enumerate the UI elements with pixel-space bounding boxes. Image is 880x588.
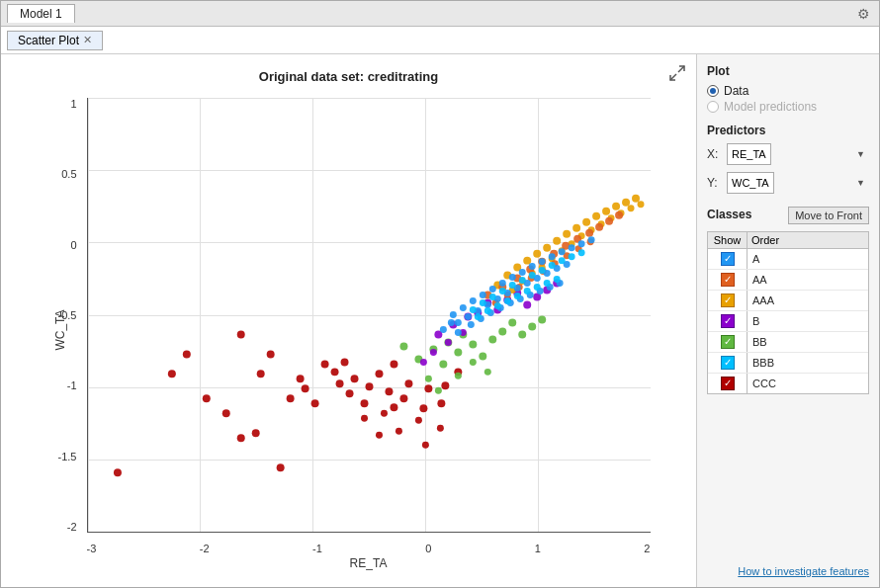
- plot-area: Original data set: creditrating 1 0.5 0 …: [1, 54, 696, 587]
- class-check-bb[interactable]: ✓: [708, 332, 748, 352]
- svg-point-8: [236, 434, 244, 442]
- checkbox-bb: ✓: [721, 335, 735, 349]
- class-check-a[interactable]: ✓: [708, 249, 748, 269]
- svg-point-85: [553, 237, 561, 245]
- classes-section: Classes Move to Front Show Order ✓: [707, 207, 869, 394]
- close-scatter-tab[interactable]: ✕: [83, 34, 92, 46]
- x-predictor-select[interactable]: RE_TA: [727, 143, 771, 165]
- svg-point-23: [360, 399, 368, 407]
- svg-point-143: [587, 236, 594, 243]
- scatter-tab-label: Scatter Plot: [18, 34, 79, 47]
- col-show-header: Show: [708, 232, 748, 248]
- model-predictions-radio[interactable]: Model predictions: [707, 100, 869, 114]
- svg-point-39: [395, 428, 401, 435]
- svg-point-90: [602, 208, 610, 215]
- plot-label: Plot: [707, 64, 869, 78]
- svg-point-71: [523, 301, 531, 309]
- svg-point-178: [558, 257, 565, 264]
- svg-point-41: [421, 442, 428, 449]
- svg-point-184: [503, 297, 510, 304]
- svg-point-159: [467, 321, 474, 328]
- svg-point-59: [484, 369, 490, 376]
- svg-point-183: [493, 302, 500, 309]
- svg-point-53: [498, 327, 506, 335]
- scatter-plot-tab[interactable]: Scatter Plot ✕: [7, 31, 103, 50]
- plot-section: Plot Data Model predictions: [707, 64, 869, 114]
- class-row-bbb: ✓ BBB: [708, 353, 868, 374]
- svg-point-172: [498, 288, 505, 294]
- svg-point-25: [375, 370, 383, 378]
- class-check-bbb[interactable]: ✓: [708, 353, 748, 373]
- svg-point-78: [419, 359, 426, 366]
- svg-line-0: [678, 66, 684, 72]
- svg-point-57: [538, 315, 546, 323]
- svg-point-42: [436, 425, 443, 432]
- x-predictor-row: X: RE_TA: [707, 143, 869, 165]
- svg-point-186: [523, 288, 530, 294]
- svg-point-38: [375, 432, 382, 439]
- class-check-aaa[interactable]: ✓: [708, 291, 748, 310]
- svg-point-60: [454, 373, 461, 379]
- x-label-2: 2: [644, 543, 650, 554]
- svg-point-28: [390, 360, 397, 368]
- expand-icon[interactable]: [668, 64, 686, 85]
- svg-point-40: [414, 417, 421, 424]
- chart-inner: [87, 98, 651, 533]
- class-check-aa[interactable]: ✓: [708, 270, 748, 290]
- class-check-b[interactable]: ✓: [708, 311, 748, 331]
- svg-point-18: [330, 368, 338, 376]
- class-name-ccc: CCC: [748, 376, 868, 391]
- svg-point-117: [595, 223, 603, 231]
- svg-point-175: [528, 272, 535, 279]
- svg-line-1: [670, 74, 676, 80]
- y-predictor-select[interactable]: WC_TA: [727, 172, 774, 194]
- y-label-1: 1: [70, 98, 76, 110]
- svg-point-21: [350, 375, 358, 382]
- how-to-container: How to investigate features: [707, 404, 869, 577]
- class-row-aaa: ✓ AAA: [708, 291, 868, 311]
- right-panel: Plot Data Model predictions Predictors: [696, 54, 879, 587]
- svg-point-189: [553, 276, 560, 283]
- svg-point-58: [469, 359, 476, 366]
- checkbox-bbb: ✓: [721, 356, 735, 370]
- settings-icon[interactable]: ⚙: [857, 6, 873, 22]
- x-label-1: 1: [535, 543, 541, 554]
- how-to-investigate-link[interactable]: How to investigate features: [738, 565, 869, 577]
- predictors-section: Predictors X: RE_TA Y: WC_TA: [707, 124, 869, 197]
- class-check-ccc[interactable]: ✓: [708, 374, 748, 393]
- data-radio-circle: [707, 85, 719, 97]
- svg-point-185: [513, 293, 520, 299]
- checkbox-aa: ✓: [721, 273, 735, 287]
- y-label-m2: -2: [67, 521, 77, 533]
- svg-point-48: [439, 360, 447, 368]
- svg-point-180: [577, 249, 584, 256]
- svg-point-2: [113, 468, 121, 476]
- title-tabs: Model 1: [7, 4, 75, 23]
- svg-point-135: [508, 274, 515, 281]
- class-name-a: A: [748, 251, 868, 267]
- svg-point-5: [182, 350, 190, 358]
- y-select-wrapper: WC_TA: [727, 172, 869, 194]
- svg-point-170: [479, 299, 485, 306]
- svg-point-118: [605, 217, 613, 225]
- data-radio[interactable]: Data: [707, 84, 869, 98]
- svg-point-132: [479, 292, 485, 298]
- svg-point-20: [345, 389, 353, 397]
- svg-point-11: [266, 350, 274, 358]
- svg-point-12: [236, 330, 244, 338]
- class-name-bbb: BBB: [748, 355, 868, 371]
- main-window: Model 1 ⚙ Scatter Plot ✕ Original data s…: [0, 0, 880, 588]
- model-predictions-radio-circle: [707, 101, 719, 113]
- svg-point-107: [637, 201, 644, 208]
- class-name-b: B: [748, 313, 868, 329]
- data-radio-label: Data: [724, 84, 748, 98]
- model1-tab[interactable]: Model 1: [7, 4, 75, 23]
- svg-point-138: [538, 258, 545, 265]
- svg-point-36: [361, 415, 368, 422]
- svg-point-62: [434, 387, 441, 394]
- svg-point-116: [585, 229, 593, 237]
- scatter-plot-svg: [88, 98, 651, 532]
- move-to-front-button[interactable]: Move to Front: [788, 207, 869, 224]
- class-row-ccc: ✓ CCC: [708, 374, 868, 393]
- svg-point-31: [419, 404, 427, 412]
